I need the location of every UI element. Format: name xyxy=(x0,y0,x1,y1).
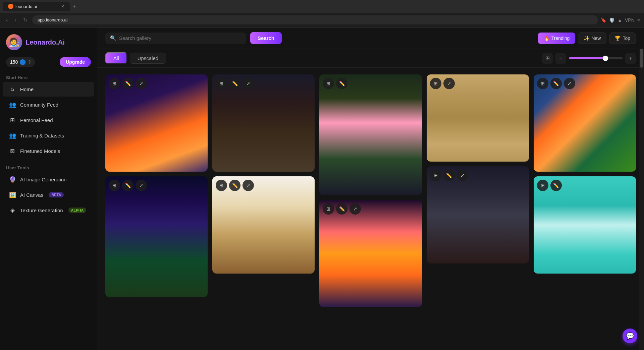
sidebar-item-personal-feed[interactable]: ⊞ Personal Feed xyxy=(3,113,94,127)
remix-btn-rocket[interactable]: ⊞ xyxy=(109,78,120,89)
edit-btn-tree[interactable]: ✏️ xyxy=(122,180,133,191)
gallery-item-hieroglyphs[interactable]: ⊞ ⤢ xyxy=(427,74,529,162)
back-button[interactable]: ‹ xyxy=(4,16,10,24)
tabs-row: All Upscaled ⊞ − + xyxy=(97,49,644,68)
address-bar[interactable] xyxy=(32,15,598,24)
section-start-label: Start Here xyxy=(0,72,97,81)
credits-value: 150 xyxy=(10,59,18,65)
scrollbar-track xyxy=(639,27,644,350)
filter-new[interactable]: ✨ New xyxy=(578,33,606,44)
gallery-item-warrior[interactable]: ⊞ ✏️ ⤢ xyxy=(427,166,529,264)
logo-avatar: 🧑‍🎨 xyxy=(6,34,22,50)
finetuned-icon: ⊠ xyxy=(9,147,16,155)
expand-btn-hieroglyphs[interactable]: ⤢ xyxy=(443,78,455,89)
zoom-out-button[interactable]: − xyxy=(555,53,566,64)
edit-btn-rocket[interactable]: ✏️ xyxy=(122,78,133,89)
grid-view-button[interactable]: ⊞ xyxy=(542,53,553,64)
edit-btn-woman2[interactable]: ✏️ xyxy=(336,78,347,89)
new-tab-button[interactable]: + xyxy=(72,3,76,10)
expand-btn-rocket[interactable]: ⤢ xyxy=(136,78,147,89)
filter-top[interactable]: 🏆 Top xyxy=(609,33,636,44)
filter-trending[interactable]: 🔥 Trending xyxy=(538,33,576,44)
remix-btn-woman[interactable]: ⊞ xyxy=(216,78,227,89)
profile-icon[interactable]: ▲ xyxy=(618,17,622,23)
logo-text: Leonardo.Ai xyxy=(25,39,65,46)
credits-badge: 150 🔵 ? xyxy=(6,57,35,67)
sidebar-logo: 🧑‍🎨 Leonardo.Ai xyxy=(0,27,97,57)
view-controls: ⊞ − + xyxy=(542,53,636,64)
tab-close-button[interactable]: ✕ xyxy=(61,4,64,9)
gallery-item-koala[interactable]: ⊞ ✏️ xyxy=(534,176,636,274)
menu-icon[interactable]: ≡ xyxy=(637,17,640,23)
expand-btn-lion[interactable]: ⤢ xyxy=(350,203,361,215)
gallery-overlay-tree: ⊞ ✏️ ⤢ xyxy=(105,176,208,194)
edit-btn-lion[interactable]: ✏️ xyxy=(336,203,347,215)
nav-bar: ‹ › ↻ 🔖 🛡️ ▲ VPN ≡ xyxy=(0,13,644,27)
gallery-item-woman[interactable]: ⊞ ✏️ ⤢ xyxy=(212,74,315,172)
forward-button[interactable]: › xyxy=(12,16,18,24)
expand-btn-tree[interactable]: ⤢ xyxy=(136,180,147,191)
edit-btn-dog[interactable]: ✏️ xyxy=(229,180,240,191)
gallery: ⊞ ✏️ ⤢ ⊞ ✏️ ⤢ ⊞ ✏️ ⤢ ⊞ ✏ xyxy=(97,68,644,314)
bookmark-icon[interactable]: 🔖 xyxy=(601,17,606,23)
remix-btn-tree[interactable]: ⊞ xyxy=(109,180,120,191)
expand-btn-dog[interactable]: ⤢ xyxy=(243,180,254,191)
ai-image-gen-icon: 🔮 xyxy=(9,176,16,183)
top-bar: 🔍 Search 🔥 Trending ✨ New 🏆 Top xyxy=(97,27,644,49)
section-tools-label: User Tools xyxy=(0,163,97,172)
vpn-icon[interactable]: VPN xyxy=(625,17,635,23)
nav-icons: 🔖 🛡️ ▲ VPN ≡ xyxy=(601,17,640,23)
beta-badge: BETA xyxy=(49,192,64,197)
credits-bar: 150 🔵 ? Upgrade xyxy=(0,57,97,72)
sidebar-item-finetuned-models[interactable]: ⊠ Finetuned Models xyxy=(3,143,94,158)
ai-canvas-icon: 🖼️ xyxy=(9,191,16,198)
sidebar-item-community-feed[interactable]: 👥 Community Feed xyxy=(3,97,94,112)
sidebar-item-ai-canvas[interactable]: 🖼️ AI Canvas BETA xyxy=(3,187,94,202)
refresh-button[interactable]: ↻ xyxy=(21,15,30,24)
gallery-item-dog[interactable]: ⊞ ✏️ ⤢ xyxy=(212,176,315,274)
sidebar-item-personal-feed-label: Personal Feed xyxy=(20,117,53,123)
edit-btn-koala[interactable]: ✏️ xyxy=(550,180,562,191)
search-input[interactable] xyxy=(119,35,220,41)
remix-btn-flowers[interactable]: ⊞ xyxy=(537,78,548,89)
search-button[interactable]: Search xyxy=(250,32,282,44)
help-icon[interactable]: ? xyxy=(28,59,31,65)
expand-btn-warrior[interactable]: ⤢ xyxy=(457,170,468,181)
tab-favicon xyxy=(8,4,13,9)
remix-btn-woman2[interactable]: ⊞ xyxy=(323,78,334,89)
expand-btn-woman[interactable]: ⤢ xyxy=(243,78,254,89)
edit-btn-warrior[interactable]: ✏️ xyxy=(443,170,455,181)
edit-btn-woman[interactable]: ✏️ xyxy=(229,78,240,89)
gallery-overlay-rocket: ⊞ ✏️ ⤢ xyxy=(105,74,208,93)
gallery-item-woman2[interactable]: ⊞ ✏️ xyxy=(319,74,422,195)
gallery-overlay-woman: ⊞ ✏️ ⤢ xyxy=(212,74,315,93)
gallery-item-lion[interactable]: ⊞ ✏️ ⤢ xyxy=(319,200,422,307)
gallery-image-tree xyxy=(105,176,208,297)
zoom-slider[interactable] xyxy=(569,57,623,59)
remix-btn-hieroglyphs[interactable]: ⊞ xyxy=(430,78,441,89)
search-icon: 🔍 xyxy=(110,35,116,41)
remix-btn-warrior[interactable]: ⊞ xyxy=(430,170,441,181)
trending-icon: 🔥 xyxy=(544,36,549,41)
expand-btn-flowers[interactable]: ⤢ xyxy=(564,78,575,89)
upgrade-button[interactable]: Upgrade xyxy=(60,57,91,67)
alpha-badge: ALPHA xyxy=(68,208,87,213)
gallery-item-flowers[interactable]: ⊞ ✏️ ⤢ xyxy=(534,74,636,172)
sidebar-item-ai-image-gen[interactable]: 🔮 AI Image Generation xyxy=(3,172,94,187)
gallery-item-tree[interactable]: ⊞ ✏️ ⤢ xyxy=(105,176,208,297)
chat-bubble[interactable]: 💬 xyxy=(623,329,637,343)
sidebar-item-training-datasets[interactable]: 👥 Training & Datasets xyxy=(3,128,94,143)
zoom-in-button[interactable]: + xyxy=(625,53,636,64)
remix-btn-koala[interactable]: ⊞ xyxy=(537,180,548,191)
edit-btn-flowers[interactable]: ✏️ xyxy=(550,78,562,89)
remix-btn-lion[interactable]: ⊞ xyxy=(323,203,334,215)
tab-all[interactable]: All xyxy=(105,52,127,64)
active-tab[interactable]: leonardo.ai ✕ xyxy=(3,2,70,11)
gallery-overlay-koala: ⊞ ✏️ xyxy=(534,176,636,194)
gallery-item-rocket[interactable]: ⊞ ✏️ ⤢ xyxy=(105,74,208,172)
gallery-image-woman2 xyxy=(319,74,422,195)
sidebar-item-texture-gen[interactable]: ◈ Texture Generation ALPHA xyxy=(3,203,94,218)
remix-btn-dog[interactable]: ⊞ xyxy=(216,180,227,191)
tab-upscaled[interactable]: Upscaled xyxy=(130,53,166,64)
sidebar-item-home[interactable]: ⌂ Home xyxy=(3,82,94,97)
